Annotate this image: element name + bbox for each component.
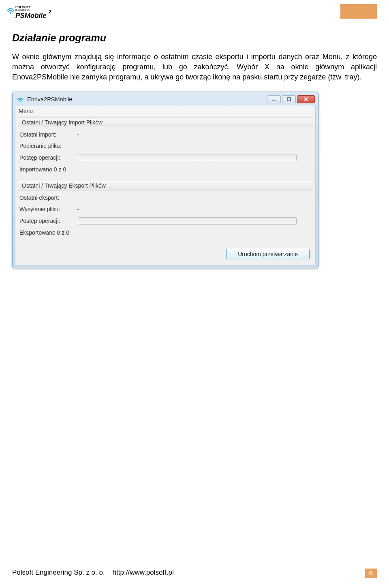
group-header-import: Ostatni / Trwający Import Plików <box>18 118 313 127</box>
window-title: Enova2PSMobile <box>27 96 72 103</box>
import-count: Importowano 0 z 0 <box>19 166 66 173</box>
app-icon <box>17 96 24 103</box>
page-header: POLSOFT ENGINEERING PSMobile 2 <box>0 0 389 22</box>
value-last-export: - <box>77 195 79 201</box>
minimize-icon <box>272 97 276 101</box>
label-last-export: Ostatni eksport: <box>19 195 77 201</box>
import-progress-bar <box>78 154 297 161</box>
value-download-file: - <box>77 143 79 149</box>
close-icon <box>304 97 308 102</box>
label-last-import: Ostatni import: <box>19 131 77 138</box>
logo: POLSOFT ENGINEERING PSMobile 2 <box>6 4 55 19</box>
logo-sub: ENGINEERING <box>15 9 30 11</box>
wifi-icon: POLSOFT ENGINEERING PSMobile 2 <box>6 4 55 19</box>
svg-text:PSMobile: PSMobile <box>15 12 47 19</box>
label-download-file: Pobieranie pliku: <box>19 143 77 149</box>
svg-point-3 <box>19 100 21 102</box>
header-accent-box <box>340 4 377 19</box>
svg-text:2: 2 <box>49 9 51 15</box>
value-send-file: - <box>77 206 79 212</box>
label-import-progress: Postęp operacji: <box>19 154 77 161</box>
window-controls <box>267 95 315 103</box>
export-count: Eksportowano 0 z 0 <box>19 229 69 236</box>
window-body: Menu Ostatni / Trwający Import Plików Os… <box>15 106 316 265</box>
footer-url: http://www.polsoft.pl <box>113 569 174 576</box>
maximize-button[interactable] <box>282 95 296 103</box>
page-number: 6 <box>365 569 377 578</box>
close-button[interactable] <box>297 95 315 103</box>
footer-company: Polsoft Engineering Sp. z o. o. <box>12 569 105 576</box>
page-footer: Polsoft Engineering Sp. z o. o. http://w… <box>12 565 377 578</box>
logo-top: POLSOFT <box>15 5 31 9</box>
svg-rect-5 <box>287 98 291 101</box>
menu-item-menu[interactable]: Menu <box>19 108 33 114</box>
svg-point-0 <box>10 12 11 14</box>
section-title: Działanie programu <box>12 32 377 44</box>
app-window: Enova2PSMobile Menu Ostatni / Trwający I… <box>12 92 318 268</box>
maximize-icon <box>287 97 291 101</box>
label-export-progress: Postęp operacji: <box>19 218 77 224</box>
run-processing-button[interactable]: Uruchom przetwarzanie <box>226 249 310 259</box>
export-progress-bar <box>78 217 297 225</box>
window-titlebar: Enova2PSMobile <box>15 94 316 106</box>
section-paragraph: W oknie głównym znajdują się informacje … <box>12 52 377 83</box>
minimize-button[interactable] <box>267 95 281 103</box>
menu-bar: Menu <box>15 106 315 116</box>
value-last-import: - <box>77 131 79 138</box>
label-send-file: Wysyłanie pliku: <box>19 206 77 212</box>
group-header-export: Ostatni / Trwający Eksport Plików <box>18 181 313 190</box>
